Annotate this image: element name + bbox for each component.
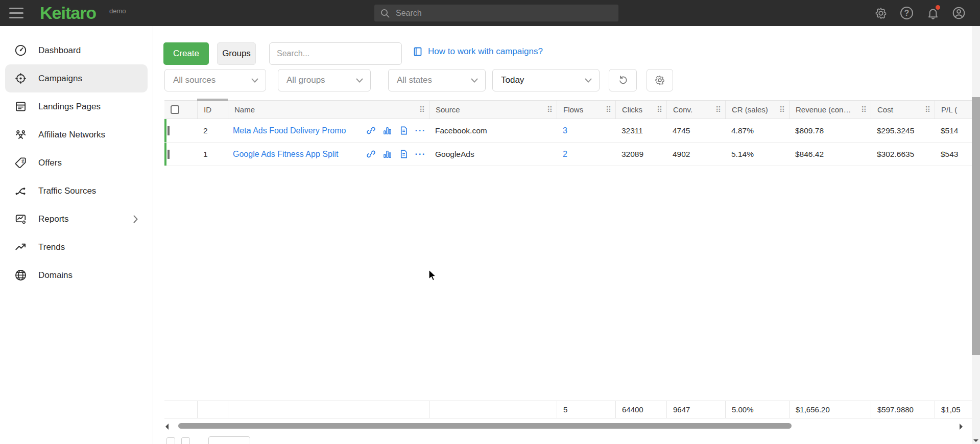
cr-value: 4.87%	[725, 126, 789, 135]
column-drag-handle[interactable]: ⠿	[656, 105, 663, 114]
sidebar-item-label: Dashboard	[38, 45, 81, 56]
brand-logo: Keitaro	[40, 3, 96, 23]
campaign-stats-icon[interactable]	[383, 149, 392, 159]
campaign-log-icon[interactable]	[399, 149, 409, 159]
search-icon	[380, 9, 390, 18]
campaign-url-link-icon[interactable]	[366, 126, 376, 135]
totals-clicks: 64400	[615, 401, 666, 418]
sidebar-item-label: Campaigns	[38, 74, 82, 84]
pl-value: $514	[935, 126, 972, 135]
vertical-scrollbar-thumb[interactable]	[972, 97, 980, 355]
column-header-conv: Conv.⠿	[666, 101, 725, 119]
select-all-checkbox[interactable]	[171, 105, 179, 114]
table-settings-button[interactable]	[647, 69, 673, 91]
traffic-sources-split-icon	[14, 184, 27, 197]
how-to-work-label: How to work with campaigns?	[428, 46, 543, 57]
sidebar-item-dashboard[interactable]: Dashboard	[5, 36, 148, 64]
table-row: 1 Google Ads Fitness App Split ··· Googl…	[164, 143, 972, 166]
pagination-button[interactable]	[181, 437, 190, 444]
campaign-stats-icon[interactable]	[383, 126, 392, 135]
sidebar-item-reports[interactable]: Reports	[5, 205, 148, 233]
id-column-indicator	[197, 99, 228, 101]
menu-toggle-button[interactable]	[9, 7, 23, 19]
environment-label: demo	[109, 7, 126, 15]
totals-row: 5 64400 9647 5.00% $1,656.20 $597.9880 $…	[164, 401, 972, 418]
column-drag-handle[interactable]: ⠿	[546, 105, 554, 114]
column-drag-handle[interactable]: ⠿	[778, 105, 786, 114]
row-checkbox[interactable]	[168, 126, 170, 135]
global-search-input[interactable]	[396, 9, 612, 18]
column-header-revenue: Revenue (con…⠿	[789, 101, 871, 119]
notification-badge	[936, 5, 940, 10]
global-search[interactable]	[374, 5, 618, 21]
sidebar-item-label: Reports	[38, 214, 69, 224]
sources-filter-value: All sources	[173, 75, 216, 85]
groups-filter-dropdown[interactable]: All groups	[278, 69, 371, 91]
sources-filter-dropdown[interactable]: All sources	[164, 69, 266, 91]
totals-pl: $1,05	[935, 401, 972, 418]
account-avatar-icon[interactable]	[952, 6, 966, 20]
horizontal-scrollbar-thumb[interactable]	[178, 423, 792, 429]
more-actions-icon[interactable]: ···	[415, 149, 426, 159]
page-size-select[interactable]	[208, 436, 250, 444]
sidebar-item-domains[interactable]: Domains	[5, 261, 148, 289]
column-header-clicks: Clicks⠿	[615, 101, 666, 119]
sidebar-item-trends[interactable]: Trends	[5, 233, 148, 261]
date-range-value: Today	[501, 75, 524, 85]
scroll-down-arrow[interactable]	[973, 439, 978, 442]
how-to-work-link[interactable]: How to work with campaigns?	[413, 46, 543, 57]
campaign-name-link[interactable]: Google Ads Fitness App Split	[233, 150, 338, 159]
campaign-source: Facebook.com	[429, 126, 557, 135]
column-header-pl: P/L (	[935, 101, 972, 119]
chevron-down-icon	[251, 78, 258, 83]
campaign-log-icon[interactable]	[399, 126, 409, 135]
clicks-value: 32311	[615, 126, 666, 135]
column-header-cr: CR (sales)⠿	[725, 101, 789, 119]
chevron-right-icon	[133, 215, 138, 223]
create-button[interactable]: Create	[163, 42, 209, 65]
campaign-url-link-icon[interactable]	[366, 149, 376, 159]
settings-icon[interactable]	[874, 6, 888, 20]
notifications-bell-icon[interactable]	[926, 6, 940, 20]
sidebar-item-traffic-sources[interactable]: Traffic Sources	[5, 177, 148, 205]
column-drag-handle[interactable]: ⠿	[860, 105, 868, 114]
states-filter-dropdown[interactable]: All states	[388, 69, 486, 91]
book-icon	[413, 46, 423, 57]
sidebar-item-landings-pages[interactable]: Landings Pages	[5, 92, 148, 121]
campaigns-search-input[interactable]	[269, 42, 402, 65]
totals-revenue: $1,656.20	[789, 401, 871, 418]
totals-cr: 5.00%	[725, 401, 789, 418]
chevron-down-icon	[471, 78, 478, 83]
sidebar-item-label: Traffic Sources	[38, 186, 96, 196]
column-drag-handle[interactable]: ⠿	[418, 105, 426, 114]
groups-button[interactable]: Groups	[217, 42, 256, 65]
table-header-row: ID Name⠿ Source⠿ Flows⠿ Clicks⠿ Conv.⠿ C…	[164, 100, 972, 119]
scroll-right-arrow[interactable]	[960, 424, 963, 430]
sidebar: Dashboard Campaigns Landings Pages Affil…	[0, 26, 153, 444]
column-drag-handle[interactable]: ⠿	[924, 105, 931, 114]
flows-count-link[interactable]: 3	[563, 126, 567, 135]
campaign-name-link[interactable]: Meta Ads Food Delivery Promo	[233, 126, 346, 135]
sidebar-item-label: Trends	[38, 242, 65, 252]
sidebar-item-label: Domains	[38, 270, 73, 281]
flows-count-link[interactable]: 2	[563, 150, 567, 158]
conversions-value: 4745	[666, 126, 725, 135]
column-drag-handle[interactable]: ⠿	[714, 105, 722, 114]
column-header-source: Source⠿	[429, 101, 557, 119]
cr-value: 5.14%	[725, 150, 789, 159]
refresh-button[interactable]	[609, 69, 637, 91]
help-icon[interactable]: ?	[900, 6, 914, 20]
sidebar-item-label: Offers	[38, 158, 62, 168]
sidebar-item-campaigns[interactable]: Campaigns	[5, 64, 148, 92]
row-checkbox[interactable]	[168, 150, 170, 159]
column-header-id: ID	[197, 101, 228, 119]
scroll-left-arrow[interactable]	[165, 424, 169, 430]
sidebar-item-affiliate-networks[interactable]: Affiliate Networks	[5, 121, 148, 149]
more-actions-icon[interactable]: ···	[415, 126, 426, 136]
horizontal-scrollbar	[164, 422, 964, 431]
date-range-dropdown[interactable]: Today	[492, 69, 600, 91]
pagination-button[interactable]	[166, 437, 175, 444]
sidebar-item-offers[interactable]: $ Offers	[5, 149, 148, 177]
column-drag-handle[interactable]: ⠿	[605, 105, 612, 114]
chevron-down-icon	[356, 78, 363, 83]
